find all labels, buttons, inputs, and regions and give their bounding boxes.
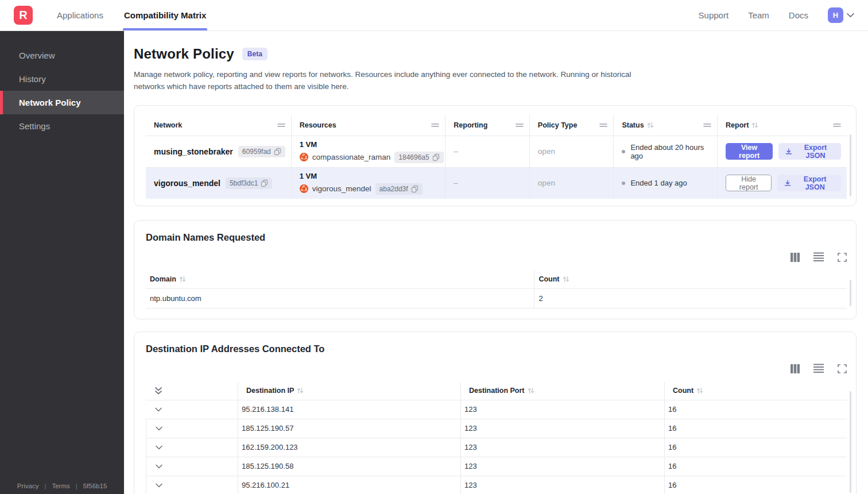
- row-density-icon[interactable]: [813, 252, 824, 263]
- network-table-card: Network Resources Reporting Policy Type: [134, 105, 857, 206]
- report-cell: Hide report Export JSON: [717, 167, 847, 199]
- export-json-button[interactable]: Export JSON: [777, 175, 841, 191]
- tab-applications[interactable]: Applications: [57, 0, 103, 30]
- sort-icon[interactable]: [528, 387, 534, 394]
- app-logo[interactable]: R: [14, 6, 33, 25]
- col-header-status[interactable]: Status: [613, 115, 717, 136]
- user-menu[interactable]: H: [828, 7, 854, 23]
- copy-icon[interactable]: [411, 185, 418, 193]
- link-docs[interactable]: Docs: [789, 10, 808, 20]
- count-cell: 2: [534, 289, 847, 308]
- col-header-report[interactable]: Report: [717, 115, 847, 136]
- columns-icon[interactable]: [790, 364, 800, 374]
- chevron-down-icon[interactable]: [156, 426, 162, 431]
- scrollbar[interactable]: [850, 391, 851, 493]
- ip-cell: 95.216.100.21: [238, 476, 460, 494]
- sort-icon[interactable]: [179, 276, 186, 283]
- col-header-resources[interactable]: Resources: [291, 115, 445, 136]
- network-table: Network Resources Reporting Policy Type: [146, 115, 847, 199]
- col-header-destination-port[interactable]: Destination Port: [460, 382, 664, 400]
- chevron-down-icon[interactable]: [156, 445, 162, 450]
- resource-hash-copy[interactable]: 184696a5: [394, 152, 443, 163]
- fullscreen-icon[interactable]: [838, 252, 847, 263]
- row-expander[interactable]: [146, 400, 238, 419]
- resources-cell: 1 VM vigorous_mendel aba2dd3f: [291, 167, 445, 199]
- copy-icon[interactable]: [274, 148, 281, 156]
- columns-icon[interactable]: [790, 252, 800, 263]
- sidebar-item-history[interactable]: History: [0, 67, 124, 91]
- table-toolbar: [146, 252, 847, 263]
- chevron-down-icon[interactable]: [156, 483, 162, 488]
- column-resize-handle[interactable]: [431, 122, 439, 129]
- scrollbar[interactable]: [850, 280, 851, 306]
- domain-table: Domain Count ntp.ubuntu.com 2: [146, 271, 847, 308]
- topbar-right: Support Team Docs H: [699, 7, 854, 23]
- table-toolbar: [146, 364, 847, 374]
- sidebar-item-overview[interactable]: Overview: [0, 44, 124, 67]
- col-header-count[interactable]: Count: [664, 382, 847, 400]
- row-expander[interactable]: [146, 457, 238, 476]
- column-resize-handle[interactable]: [516, 122, 524, 129]
- sort-icon[interactable]: [297, 387, 304, 394]
- sort-icon[interactable]: [696, 387, 703, 394]
- link-support[interactable]: Support: [699, 10, 729, 20]
- copy-icon[interactable]: [432, 153, 440, 161]
- sort-icon[interactable]: [647, 122, 654, 129]
- column-resize-handle[interactable]: [703, 122, 711, 129]
- col-header-policy-type[interactable]: Policy Type: [529, 115, 614, 136]
- column-resize-handle[interactable]: [277, 122, 285, 129]
- count-cell: 16: [664, 419, 847, 438]
- status-cell: Ended about 20 hours ago: [613, 136, 717, 167]
- ubuntu-icon: [300, 184, 308, 193]
- col-header-domain[interactable]: Domain: [146, 271, 534, 289]
- col-header-reporting[interactable]: Reporting: [445, 115, 529, 136]
- status-dot: [622, 150, 625, 153]
- row-expander[interactable]: [146, 476, 238, 494]
- copy-icon[interactable]: [261, 179, 268, 187]
- ip-cell: 185.125.190.57: [238, 419, 460, 438]
- network-hash-copy[interactable]: 5bdf3dc1: [226, 177, 272, 189]
- privacy-link[interactable]: Privacy: [17, 483, 39, 489]
- avatar[interactable]: H: [828, 7, 843, 23]
- row-density-icon[interactable]: [813, 364, 824, 374]
- reporting-cell: –: [445, 136, 529, 167]
- fullscreen-icon[interactable]: [838, 364, 847, 374]
- sidebar: Overview History Network Policy Settings…: [0, 31, 124, 494]
- col-header-count[interactable]: Count: [534, 271, 847, 289]
- col-header-network[interactable]: Network: [146, 115, 291, 136]
- column-resize-handle[interactable]: [599, 122, 607, 129]
- port-cell: 123: [460, 476, 664, 494]
- link-team[interactable]: Team: [748, 10, 769, 20]
- sidebar-item-network-policy[interactable]: Network Policy: [0, 91, 124, 114]
- policy-type-cell: open: [529, 136, 614, 167]
- row-expander[interactable]: [146, 438, 238, 457]
- sidebar-footer: Privacy | Terms | 5f56b15: [0, 483, 124, 489]
- page-description: Manage network policy, reporting and vie…: [134, 69, 650, 93]
- scrollbar[interactable]: [850, 134, 851, 196]
- build-hash: 5f56b15: [83, 483, 107, 489]
- export-json-button[interactable]: Export JSON: [778, 143, 841, 160]
- ubuntu-icon: [300, 153, 308, 161]
- col-header-destination-ip[interactable]: Destination IP: [238, 382, 460, 400]
- row-expander[interactable]: [146, 419, 238, 438]
- count-cell: 16: [664, 438, 847, 457]
- port-cell: 123: [460, 419, 664, 438]
- expand-all-header[interactable]: [146, 382, 238, 400]
- policy-type-cell: open: [529, 167, 614, 199]
- hide-report-button[interactable]: Hide report: [726, 175, 772, 191]
- view-report-button[interactable]: View report: [726, 143, 773, 160]
- sort-icon[interactable]: [751, 122, 758, 129]
- column-resize-handle[interactable]: [833, 122, 841, 129]
- double-chevron-down-icon[interactable]: [155, 387, 162, 395]
- terms-link[interactable]: Terms: [52, 483, 69, 489]
- chevron-down-icon[interactable]: [155, 407, 162, 412]
- ip-cell: 185.125.190.58: [238, 457, 460, 476]
- network-hash-copy[interactable]: 60959fad: [238, 146, 285, 157]
- sort-icon[interactable]: [563, 276, 569, 283]
- network-cell: musing_stonebraker 60959fad: [146, 136, 291, 167]
- sidebar-item-settings[interactable]: Settings: [0, 114, 124, 138]
- chevron-down-icon[interactable]: [156, 464, 162, 469]
- tab-compatibility-matrix[interactable]: Compatibility Matrix: [124, 0, 206, 30]
- download-icon: [785, 148, 792, 155]
- resource-hash-copy[interactable]: aba2dd3f: [375, 183, 423, 195]
